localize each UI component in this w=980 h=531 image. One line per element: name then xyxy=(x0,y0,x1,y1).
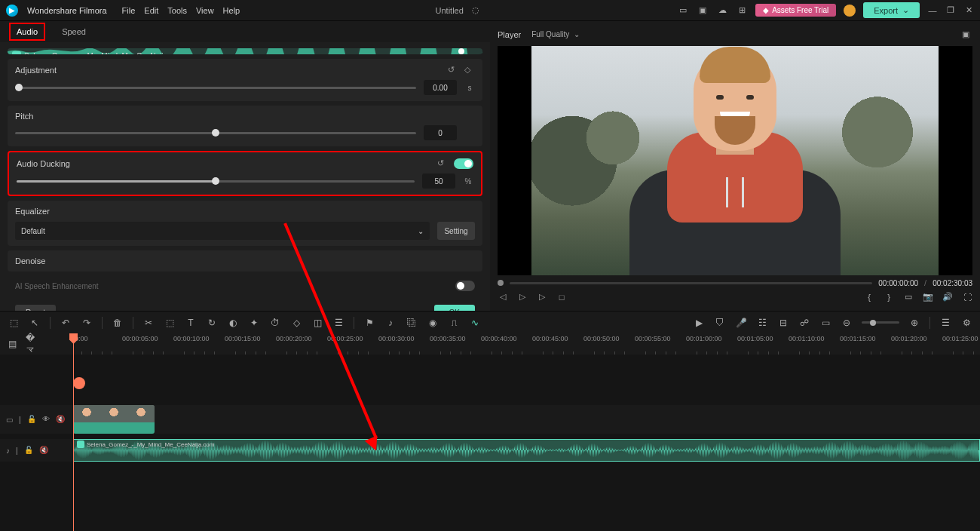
track-link-icon[interactable]: �龴 xyxy=(26,338,38,350)
lock-icon[interactable]: 🔓 xyxy=(27,415,36,424)
crop-icon[interactable]: ⬚ xyxy=(164,317,176,329)
play-icon[interactable]: ▷ xyxy=(537,292,547,302)
current-time: 00:00:00:00 xyxy=(878,279,918,287)
next-frame-icon[interactable]: ▷ xyxy=(517,292,528,302)
menu-help[interactable]: Help xyxy=(223,6,240,15)
scrub-handle[interactable] xyxy=(498,280,504,286)
volume-icon[interactable]: 🔊 xyxy=(942,292,953,302)
text-icon[interactable]: T xyxy=(185,317,197,329)
render-icon[interactable]: ▶ xyxy=(693,317,705,329)
tab-speed[interactable]: Speed xyxy=(59,23,89,41)
adjust-icon[interactable]: ☰ xyxy=(332,317,345,329)
ai-speech-toggle[interactable] xyxy=(455,281,475,291)
audio-clip[interactable]: Selena_Gomez_-_My_Mind_Me_CeeNaija.com xyxy=(73,439,980,462)
menu-file[interactable]: File xyxy=(122,6,136,15)
playhead[interactable] xyxy=(73,333,74,531)
time-ruler[interactable]: 00:0000:00:05:0000:00:10:0000:00:15:0000… xyxy=(71,333,980,355)
speed-icon[interactable]: ⏱ xyxy=(269,317,281,329)
cloud-upload-icon[interactable]: ☁ xyxy=(716,5,728,17)
color-icon[interactable]: ◐ xyxy=(227,317,239,329)
marker-icon[interactable]: ⚑ xyxy=(363,317,375,329)
minimize-button[interactable]: — xyxy=(927,6,938,15)
denoise-section[interactable]: Denoise xyxy=(8,250,482,272)
zoom-in-icon[interactable]: ⊕ xyxy=(908,317,920,329)
adjustment-value[interactable]: 0.00 xyxy=(424,80,457,95)
zoom-out-icon[interactable]: ⊖ xyxy=(841,317,853,329)
pitch-value[interactable]: 0 xyxy=(424,125,457,140)
cut-icon[interactable]: ✂ xyxy=(142,317,155,329)
reset-button[interactable]: Reset xyxy=(15,305,56,311)
redo-icon[interactable]: ↷ xyxy=(81,317,93,329)
mixer-icon[interactable]: ☷ xyxy=(756,317,768,329)
select-tool-icon[interactable]: ⬚ xyxy=(8,317,20,329)
menu-view[interactable]: View xyxy=(196,6,214,15)
stop-icon[interactable]: □ xyxy=(556,292,567,302)
mic-icon[interactable]: 🎤 xyxy=(735,317,747,329)
lock-icon[interactable]: 🔓 xyxy=(24,446,33,455)
cloud-sync-icon[interactable]: ◌ xyxy=(470,5,482,17)
video-track-head: ▭| 🔓 👁 🔇 xyxy=(0,405,71,434)
marker[interactable] xyxy=(73,377,85,389)
keyframe-icon[interactable]: ◇ xyxy=(464,65,475,75)
track-manage-icon[interactable]: ▤ xyxy=(6,338,18,350)
user-avatar[interactable] xyxy=(844,5,856,17)
shield-icon[interactable]: ⛉ xyxy=(714,317,726,329)
ducking-slider[interactable] xyxy=(17,180,415,183)
monitor-icon[interactable]: ▭ xyxy=(903,292,914,302)
link-icon[interactable]: ☍ xyxy=(798,317,810,329)
effect-icon[interactable]: ✦ xyxy=(248,317,260,329)
list-icon[interactable]: ☰ xyxy=(939,317,951,329)
delete-icon[interactable]: 🗑 xyxy=(112,317,124,329)
ducking-toggle[interactable] xyxy=(454,158,473,169)
ducking-value[interactable]: 50 xyxy=(422,173,455,189)
menu-edit[interactable]: Edit xyxy=(144,6,158,15)
maximize-button[interactable]: ❐ xyxy=(945,5,956,15)
adjustment-section: Adjustment ↺ ◇ 0.00 s xyxy=(8,59,482,101)
video-track-lane[interactable] xyxy=(71,405,980,434)
settings-icon[interactable]: ⚙ xyxy=(960,317,972,329)
tablet-icon[interactable]: ▭ xyxy=(677,5,689,17)
export-button[interactable]: Export ⌄ xyxy=(863,2,920,18)
cursor-tool-icon[interactable]: ↖ xyxy=(29,317,41,329)
prev-frame-icon[interactable]: ◁ xyxy=(498,292,508,302)
rotate-icon[interactable]: ↻ xyxy=(206,317,218,329)
scrub-bar[interactable]: 00:00:00:00 / 00:02:30:03 xyxy=(498,278,972,287)
keyframe-tool-icon[interactable]: ◇ xyxy=(290,317,302,329)
snapshot-icon[interactable]: ▣ xyxy=(962,29,972,40)
quality-select[interactable]: Full Quality ⌄ xyxy=(531,30,580,38)
snap-icon[interactable]: ⊟ xyxy=(777,317,789,329)
mark-in-icon[interactable]: { xyxy=(864,292,874,302)
audio-ducking-section: Audio Ducking ↺ 50 % xyxy=(8,151,482,196)
mark-out-icon[interactable]: } xyxy=(884,292,894,302)
ducking-label: Audio Ducking xyxy=(17,159,70,168)
mix-icon[interactable]: ⎍ xyxy=(448,317,460,329)
audio-tool-icon[interactable]: ∿ xyxy=(469,317,481,329)
mute-icon[interactable]: 🔇 xyxy=(56,415,65,424)
mute-icon[interactable]: 🔇 xyxy=(39,446,48,455)
green-screen-icon[interactable]: ◫ xyxy=(311,317,323,329)
assets-trial-button[interactable]: ◆ Assets Free Trial xyxy=(755,4,836,17)
adjustment-slider[interactable] xyxy=(15,87,416,89)
detach-audio-icon[interactable]: ♪ xyxy=(384,317,397,329)
zoom-slider[interactable] xyxy=(862,321,899,324)
pitch-slider[interactable] xyxy=(15,132,416,134)
equalizer-preset-select[interactable]: Default ⌄ xyxy=(15,222,430,240)
record-icon[interactable]: ◉ xyxy=(427,317,439,329)
undo-icon[interactable]: ↶ xyxy=(60,317,72,329)
fit-icon[interactable]: ▭ xyxy=(819,317,831,329)
reset-icon[interactable]: ↺ xyxy=(437,158,448,169)
apps-icon[interactable]: ⊞ xyxy=(736,5,748,17)
video-clip[interactable] xyxy=(73,405,155,434)
camera-icon[interactable]: 📷 xyxy=(923,292,933,302)
close-button[interactable]: ✕ xyxy=(963,5,974,15)
eye-icon[interactable]: 👁 xyxy=(42,415,50,424)
image-icon[interactable]: ▣ xyxy=(697,5,709,17)
keyframe-dot[interactable] xyxy=(458,48,464,54)
tab-audio[interactable]: Audio xyxy=(9,23,45,41)
group-icon[interactable]: ⿻ xyxy=(406,317,418,329)
equalizer-setting-button[interactable]: Setting xyxy=(437,222,475,240)
ok-button[interactable]: OK xyxy=(434,305,475,311)
menu-tools[interactable]: Tools xyxy=(167,6,187,15)
reset-icon[interactable]: ↺ xyxy=(448,65,458,75)
fullscreen-icon[interactable]: ⛶ xyxy=(962,292,972,302)
